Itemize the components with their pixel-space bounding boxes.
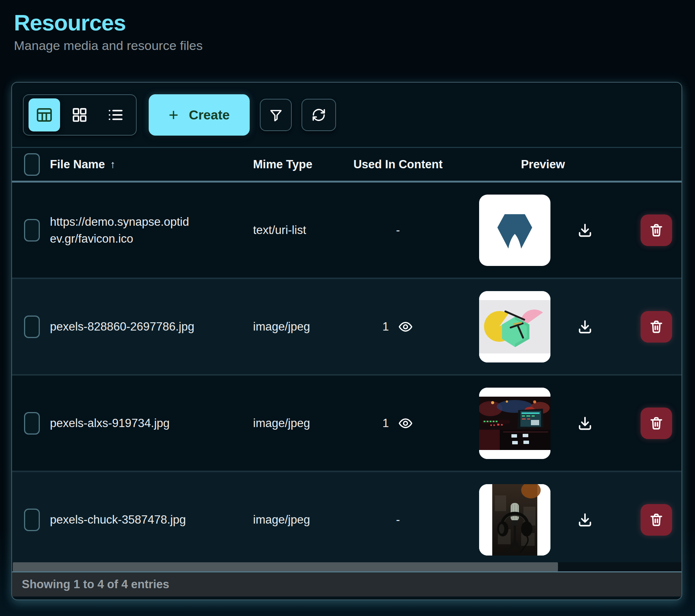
- refresh-button[interactable]: [302, 99, 336, 131]
- download-button[interactable]: [576, 415, 594, 432]
- table-row: https://demo.synapse.optidev.gr/favicon.…: [12, 183, 681, 279]
- preview-thumbnail[interactable]: [479, 291, 550, 362]
- filter-button[interactable]: [260, 99, 292, 131]
- mime-type-cell: image/jpeg: [253, 417, 328, 430]
- hexagon-logo-favicon-image: [492, 207, 538, 253]
- file-name-cell: pexels-alxs-919734.jpg: [50, 415, 230, 432]
- file-name-cell: https://demo.synapse.optidev.gr/favicon.…: [50, 213, 190, 247]
- delete-button[interactable]: [641, 214, 672, 246]
- eye-icon[interactable]: [397, 416, 414, 431]
- column-header-preview[interactable]: Preview: [507, 158, 579, 171]
- preview-thumbnail[interactable]: [479, 484, 550, 556]
- delete-button[interactable]: [641, 311, 672, 343]
- eye-icon[interactable]: [397, 319, 414, 334]
- trash-icon: [648, 415, 665, 432]
- grid-view-icon: [71, 106, 88, 124]
- used-in-content-cell: -: [396, 223, 400, 237]
- colorful-paper-shapes-image: [479, 291, 550, 362]
- plus-icon: +: [169, 107, 178, 123]
- filter-icon: [268, 107, 283, 122]
- grid-view-button[interactable]: [64, 98, 95, 131]
- create-button[interactable]: + Create: [149, 94, 250, 136]
- delete-button[interactable]: [641, 408, 672, 439]
- horizontal-scrollbar-track[interactable]: [12, 562, 681, 571]
- column-header-file-name[interactable]: File Name ↑: [50, 158, 230, 171]
- panel-footer: Showing 1 to 4 of 4 entries: [12, 571, 681, 596]
- row-checkbox[interactable]: [24, 509, 40, 531]
- row-checkbox[interactable]: [24, 219, 40, 242]
- table-row: pexels-828860-2697786.jpg image/jpeg 1: [12, 279, 681, 376]
- toolbar: + Create: [12, 83, 681, 148]
- download-button[interactable]: [576, 511, 594, 528]
- trash-icon: [648, 512, 665, 528]
- page-title: Resources: [14, 10, 695, 36]
- view-mode-toggle: [23, 94, 137, 136]
- trash-icon: [648, 222, 665, 239]
- page-subtitle: Manage media and resource files: [14, 38, 695, 53]
- dj-equipment-night-image: [479, 388, 550, 459]
- trash-icon: [648, 319, 665, 335]
- mime-type-cell: text/uri-list: [253, 223, 328, 237]
- mime-type-cell: image/jpeg: [253, 320, 328, 334]
- preview-thumbnail[interactable]: [479, 388, 550, 459]
- row-checkbox[interactable]: [24, 412, 40, 435]
- create-button-label: Create: [189, 107, 230, 122]
- resources-panel: + Create F: [11, 82, 682, 600]
- used-in-content-cell: 1: [382, 320, 389, 334]
- sort-ascending-icon: ↑: [110, 159, 115, 171]
- headphones-on-microphone-image: [479, 484, 550, 556]
- preview-thumbnail[interactable]: [479, 195, 550, 266]
- file-name-header-label: File Name: [50, 158, 105, 171]
- table-row: pexels-alxs-919734.jpg image/jpeg 1: [12, 376, 681, 472]
- table-body: https://demo.synapse.optidev.gr/favicon.…: [12, 183, 681, 562]
- list-view-button[interactable]: [100, 98, 131, 131]
- row-checkbox[interactable]: [24, 316, 40, 338]
- mime-type-cell: image/jpeg: [253, 513, 328, 527]
- horizontal-scrollbar-thumb[interactable]: [13, 562, 558, 571]
- list-view-icon: [107, 106, 124, 124]
- table-header: File Name ↑ Mime Type Used In Content Pr…: [12, 148, 681, 183]
- table-view-button[interactable]: [29, 98, 60, 131]
- file-name-cell: pexels-chuck-3587478.jpg: [50, 511, 230, 528]
- delete-button[interactable]: [641, 504, 672, 536]
- used-in-content-cell: 1: [382, 417, 389, 430]
- download-button[interactable]: [576, 222, 594, 239]
- column-header-mime-type[interactable]: Mime Type: [253, 158, 328, 171]
- used-in-content-cell: -: [396, 513, 400, 527]
- entries-status-text: Showing 1 to 4 of 4 entries: [22, 578, 169, 591]
- table-view-icon: [35, 106, 53, 124]
- select-all-checkbox[interactable]: [24, 153, 40, 176]
- table-row: pexels-chuck-3587478.jpg image/jpeg -: [12, 472, 681, 562]
- refresh-icon: [311, 107, 327, 123]
- column-header-used-in-content[interactable]: Used In Content: [353, 158, 443, 171]
- download-button[interactable]: [576, 318, 594, 335]
- file-name-cell: pexels-828860-2697786.jpg: [50, 318, 230, 335]
